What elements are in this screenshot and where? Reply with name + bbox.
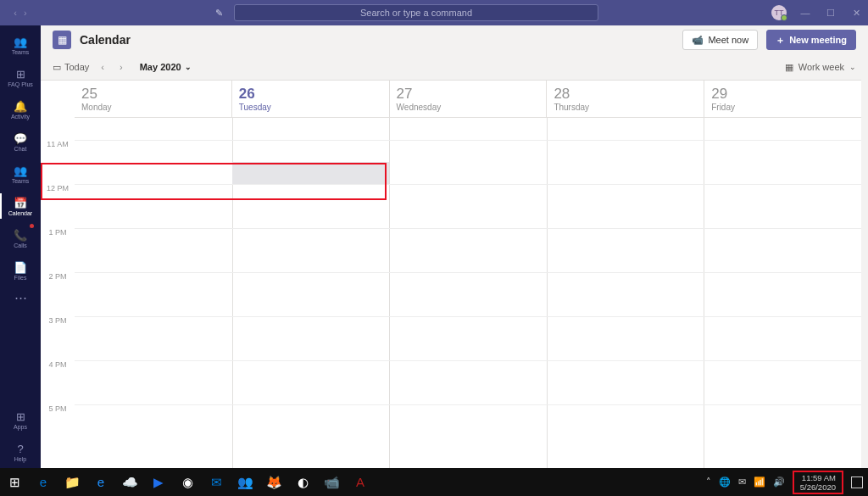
day-col-thu[interactable] <box>547 118 704 468</box>
tray-volume-icon[interactable]: 🔊 <box>773 476 785 488</box>
month-picker[interactable]: May 2020 ⌄ <box>140 62 192 72</box>
tray-wifi-icon[interactable]: 📶 <box>754 476 765 488</box>
forward-icon[interactable]: › <box>24 8 27 18</box>
rail-more-icon[interactable]: ⋯ <box>14 290 27 305</box>
chevron-down-icon: ⌄ <box>185 63 192 71</box>
next-week-button[interactable]: › <box>116 62 126 72</box>
selected-time-slot[interactable] <box>232 162 390 184</box>
back-icon[interactable]: ‹ <box>14 8 17 18</box>
day-col-mon[interactable] <box>75 118 232 468</box>
rail-item-calendar[interactable]: 📅 Calendar <box>0 190 41 222</box>
view-picker[interactable]: ▦ Work week ⌄ <box>785 62 856 73</box>
day-header-row: 25 Monday 26 Tuesday 27 Wednesday 28 Thu… <box>75 81 861 118</box>
help-icon: ? <box>17 443 23 455</box>
day-name: Monday <box>81 103 225 112</box>
rail-item-activity[interactable]: 🔔 Activity <box>0 93 41 125</box>
today-button[interactable]: ▭ Today <box>53 62 89 73</box>
day-name: Thursday <box>554 103 697 112</box>
plus-icon: ＋ <box>776 34 785 47</box>
taskbar-firefox-icon[interactable]: 🦊 <box>259 468 288 496</box>
tray-chevron-icon[interactable]: ˄ <box>706 476 711 488</box>
day-name: Tuesday <box>239 103 382 112</box>
rail-item-teams2[interactable]: 👥 Teams <box>0 158 41 190</box>
time-gutter: 11 AM 12 PM 1 PM 2 PM 3 PM 4 PM 5 PM <box>41 118 75 468</box>
action-center-icon[interactable] <box>851 476 863 488</box>
day-name: Wednesday <box>397 103 540 112</box>
taskbar-chrome-icon[interactable]: ◉ <box>173 468 202 496</box>
new-meeting-label: New meeting <box>789 35 847 45</box>
calendar-grid-body[interactable] <box>75 118 861 468</box>
title-bar-right: TT — ☐ ✕ <box>771 5 863 20</box>
taskbar-app2-icon[interactable]: ◐ <box>288 468 317 496</box>
hour-line <box>75 360 861 361</box>
avatar[interactable]: TT <box>771 5 787 20</box>
page-header: ▦ Calendar 📹 Meet now ＋ New meeting <box>41 25 868 54</box>
hour-label: 1 PM <box>41 228 75 272</box>
rail-item-files[interactable]: 📄 Files <box>0 254 41 287</box>
taskbar-powershell-icon[interactable]: ▶ <box>144 468 173 496</box>
rail-item-apps[interactable]: ⊞ Apps <box>0 404 41 436</box>
compose-icon[interactable]: ✎ <box>210 8 227 19</box>
day-num: 28 <box>554 86 697 103</box>
prev-week-button[interactable]: ‹ <box>97 62 108 72</box>
hour-line <box>75 272 861 273</box>
rail-label: Teams <box>12 49 30 55</box>
hour-label: 2 PM <box>41 272 75 316</box>
today-icon: ▭ <box>53 62 61 73</box>
day-col-wed[interactable] <box>389 118 547 468</box>
meet-now-button[interactable]: 📹 Meet now <box>682 30 758 50</box>
calendar-surface[interactable]: 25 Monday 26 Tuesday 27 Wednesday 28 Thu… <box>41 80 861 468</box>
minimize-icon[interactable]: — <box>798 8 812 18</box>
tray-date: 5/26/2020 <box>800 482 836 492</box>
taskbar-app-icon[interactable]: ☁️ <box>115 468 144 496</box>
maximize-icon[interactable]: ☐ <box>824 8 837 19</box>
teams-title-bar: ‹ › ✎ Search or type a command TT — ☐ ✕ <box>0 0 868 25</box>
day-header-thu[interactable]: 28 Thursday <box>546 81 704 117</box>
taskbar-acrobat-icon[interactable]: A <box>346 468 375 496</box>
nav-arrows[interactable]: ‹ › <box>0 8 41 18</box>
start-button[interactable]: ⊞ <box>0 468 29 496</box>
hour-line <box>75 140 861 141</box>
day-name: Friday <box>711 103 854 112</box>
day-num: 26 <box>239 86 382 103</box>
taskbar-explorer-icon[interactable]: 📁 <box>58 468 86 496</box>
day-header-mon[interactable]: 25 Monday <box>75 81 231 117</box>
hour-line <box>75 228 861 229</box>
hour-label: 11 AM <box>41 140 75 184</box>
rail-item-teams-top[interactable]: 👥 Teams <box>0 29 41 61</box>
teams-icon: 👥 <box>14 164 27 177</box>
clock-annotated[interactable]: 11:59 AM 5/26/2020 <box>793 471 843 494</box>
rail-item-chat[interactable]: 💬 Chat <box>0 125 41 158</box>
chat-icon: 💬 <box>14 132 27 145</box>
system-tray[interactable]: ˄ 🌐 ✉ 📶 🔊 11:59 AM 5/26/2020 <box>706 471 868 494</box>
taskbar-edge-icon[interactable]: e <box>29 468 58 496</box>
rail-item-help[interactable]: ? Help <box>0 436 41 468</box>
rail-label: Activity <box>11 114 30 120</box>
hour-line <box>75 316 861 317</box>
calendar-glyph-icon: ▦ <box>53 31 71 49</box>
rail-label: Teams <box>12 178 30 184</box>
taskbar-ie-icon[interactable]: e <box>86 468 115 496</box>
search-input[interactable]: Search or type a command <box>234 4 598 21</box>
day-col-fri[interactable] <box>704 118 861 468</box>
tray-mail-icon[interactable]: ✉ <box>738 476 746 488</box>
taskbar-skype-icon[interactable]: 📹 <box>317 468 346 496</box>
hour-line <box>75 404 861 405</box>
teams-icon: 👥 <box>14 36 27 48</box>
rail-item-calls[interactable]: 📞 Calls <box>0 222 41 254</box>
calls-icon: 📞 <box>14 229 27 242</box>
hour-label: 4 PM <box>41 360 75 404</box>
day-num: 27 <box>397 86 540 103</box>
day-header-wed[interactable]: 27 Wednesday <box>389 81 547 117</box>
rail-label: Chat <box>14 146 27 152</box>
rail-item-faq[interactable]: ⊞ FAQ Plus <box>0 61 41 93</box>
month-label: May 2020 <box>140 62 181 72</box>
tray-globe-icon[interactable]: 🌐 <box>719 476 731 488</box>
rail-label: Files <box>14 275 27 281</box>
close-icon[interactable]: ✕ <box>849 8 863 19</box>
day-header-fri[interactable]: 29 Friday <box>704 81 861 117</box>
taskbar-teams-icon[interactable]: 👥 <box>231 468 259 496</box>
day-header-tue[interactable]: 26 Tuesday <box>231 81 389 117</box>
new-meeting-button[interactable]: ＋ New meeting <box>766 30 856 50</box>
taskbar-outlook-icon[interactable]: ✉ <box>202 468 231 496</box>
